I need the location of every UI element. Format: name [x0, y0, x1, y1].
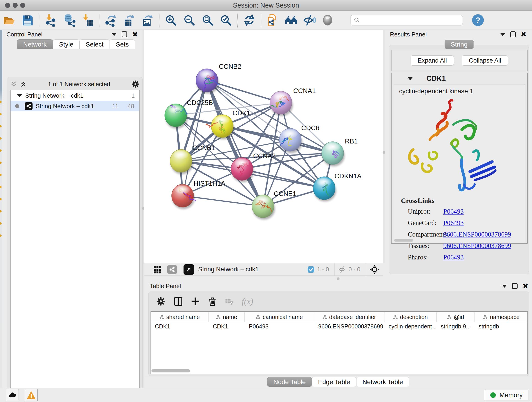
birdseye-grid-icon[interactable] [153, 265, 162, 274]
open-session-button[interactable] [3, 14, 16, 27]
zoom-window-button[interactable] [20, 3, 25, 8]
collapse-all-button[interactable]: Collapse All [462, 56, 508, 65]
tab-select[interactable]: Select [80, 39, 110, 49]
column-header-shared-name[interactable]: shared name [151, 313, 209, 322]
vertical-splitter[interactable] [143, 30, 144, 388]
export-image-button[interactable] [141, 14, 154, 27]
export-network-button[interactable] [104, 14, 117, 27]
results-splitter[interactable] [383, 30, 385, 263]
column-header-namespace[interactable]: namespace [475, 313, 528, 322]
open-in-window-button[interactable] [184, 264, 194, 275]
node-cdc25b[interactable] [165, 104, 188, 128]
zoom-fit-button[interactable] [201, 14, 214, 27]
table-cell[interactable]: CDK1 [209, 323, 245, 330]
tab-sets[interactable]: Sets [110, 39, 135, 49]
tab-style[interactable]: Style [53, 39, 80, 49]
collection-expander-icon[interactable] [17, 94, 22, 97]
crosslink-link[interactable]: 9606.ENSP00000378699 [443, 242, 511, 249]
expand-all-icon[interactable] [20, 81, 27, 88]
table-cell[interactable]: stringdb [475, 323, 528, 330]
section-expander-icon[interactable] [408, 77, 413, 80]
close-panel-button[interactable]: ✖ [521, 32, 526, 37]
close-window-button[interactable] [5, 3, 10, 8]
expand-all-button[interactable]: Expand All [411, 56, 454, 65]
edge-hist1h1a-ccne1[interactable] [183, 196, 263, 206]
memory-button[interactable]: Memory [484, 390, 529, 400]
table-row[interactable]: CDK1CDK1P064939606.ENSP00000378699cyclin… [151, 322, 527, 331]
refresh-layout-button[interactable] [243, 14, 256, 27]
selected-checkbox-icon[interactable] [307, 266, 315, 274]
crosslink-link[interactable]: 9606.ENSP00000378699 [443, 230, 511, 238]
copy-documents-button[interactable] [266, 14, 279, 27]
tab-string[interactable]: String [444, 40, 474, 49]
gear-icon[interactable] [156, 297, 166, 306]
string-network-icon[interactable] [167, 265, 177, 274]
node-ccne1[interactable] [252, 195, 275, 220]
delete-column-icon[interactable] [208, 297, 217, 306]
collapse-all-icon[interactable] [10, 81, 17, 88]
help-button[interactable]: ? [472, 14, 484, 27]
node-hist1h1a[interactable] [172, 184, 196, 209]
import-network-from-file-button[interactable] [44, 14, 57, 27]
node-ccna1[interactable] [270, 91, 293, 116]
export-table-button[interactable] [123, 14, 136, 27]
search-input[interactable] [351, 15, 463, 26]
node-rb1[interactable] [322, 142, 345, 166]
import-table-from-file-button[interactable] [81, 14, 94, 27]
column-header-database-identifier[interactable]: database identifier [314, 313, 385, 322]
save-session-button[interactable] [21, 14, 34, 27]
tab-network[interactable]: Network [17, 39, 53, 49]
crosslink-link[interactable]: P06493 [443, 219, 464, 227]
minimize-window-button[interactable] [13, 3, 18, 8]
glass-ball-button[interactable] [321, 14, 334, 27]
zoom-selected-button[interactable] [220, 14, 232, 27]
hidden-eye-icon[interactable] [338, 265, 346, 274]
warnings-button[interactable] [25, 389, 38, 401]
network-collection-row[interactable]: String Network – cdk1 1 [11, 90, 139, 101]
panel-menu-icon[interactable] [112, 33, 117, 36]
node-ccna2[interactable] [231, 157, 254, 182]
column-header-canonical-name[interactable]: canonical name [245, 313, 314, 322]
node-cdkn1a[interactable] [313, 177, 336, 201]
close-panel-button[interactable]: ✖ [132, 32, 138, 37]
import-network-from-database-button[interactable] [63, 14, 76, 27]
float-panel-button[interactable] [510, 32, 516, 37]
cloud-button[interactable] [6, 389, 19, 401]
column-header-description[interactable]: description [385, 313, 437, 322]
column-header-name[interactable]: name [209, 313, 245, 322]
edge-ccnb2-ccne1[interactable] [207, 80, 263, 206]
table-cell[interactable]: cyclin-dependent ... [385, 323, 437, 330]
show-columns-icon[interactable] [173, 297, 183, 306]
pan-crosshair-icon[interactable] [369, 264, 380, 275]
table-cell[interactable]: stringdb:9... [437, 323, 475, 330]
table-hscrollbar[interactable] [152, 369, 190, 372]
float-panel-button[interactable] [122, 32, 127, 37]
tab-node-table[interactable]: Node Table [267, 377, 312, 387]
column-header--id[interactable]: @id [437, 313, 475, 322]
panel-menu-icon[interactable] [502, 285, 507, 288]
table-cell[interactable]: P06493 [245, 323, 314, 330]
results-hscrollbar[interactable] [394, 239, 413, 242]
node-ccnb2[interactable] [196, 69, 219, 94]
function-builder-icon[interactable]: f(x) [242, 297, 253, 306]
splitter-handle[interactable] [337, 277, 340, 280]
add-column-icon[interactable] [191, 297, 200, 306]
zoom-in-button[interactable] [165, 14, 177, 27]
network-row[interactable]: String Network – cdk1 11 48 [11, 101, 139, 111]
float-panel-button[interactable] [512, 283, 518, 289]
panel-menu-icon[interactable] [500, 33, 505, 36]
table-cell[interactable]: 9606.ENSP00000378699 [314, 323, 385, 330]
close-panel-button[interactable]: ✖ [523, 283, 528, 289]
gear-icon[interactable] [131, 80, 139, 88]
crosslink-link[interactable]: P06493 [443, 208, 464, 215]
delete-table-icon[interactable] [225, 297, 234, 306]
homes-button[interactable] [285, 14, 298, 27]
crosslink-link[interactable]: P06493 [443, 254, 464, 261]
network-canvas[interactable]: CCNB2CCNA1CDC25BCDK1CDC6RB1CCNB1CCNA2CDK… [144, 30, 383, 263]
network-graph[interactable]: CCNB2CCNA1CDC25BCDK1CDC6RB1CCNB1CCNA2CDK… [144, 30, 383, 263]
zoom-out-button[interactable] [183, 14, 196, 27]
tab-edge-table[interactable]: Edge Table [312, 377, 356, 387]
table-cell[interactable]: CDK1 [151, 323, 209, 330]
hide-labels-button[interactable] [303, 14, 316, 27]
tab-network-table[interactable]: Network Table [356, 377, 409, 387]
